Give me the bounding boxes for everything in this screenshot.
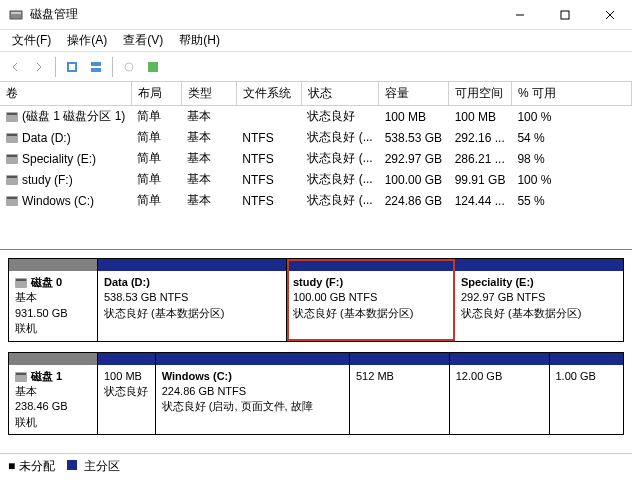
- col-layout[interactable]: 布局: [131, 82, 181, 106]
- minimize-button[interactable]: [497, 1, 542, 29]
- svg-rect-11: [148, 62, 158, 72]
- legend: ■ 未分配 主分区: [0, 453, 632, 479]
- legend-primary: 主分区: [67, 458, 120, 475]
- col-filesystem[interactable]: 文件系统: [236, 82, 301, 106]
- svg-rect-7: [69, 64, 75, 70]
- col-free[interactable]: 可用空间: [449, 82, 512, 106]
- partition[interactable]: 12.00 GB: [450, 353, 550, 435]
- partition[interactable]: Windows (C:)224.86 GB NTFS状态良好 (启动, 页面文件…: [156, 353, 350, 435]
- menu-action[interactable]: 操作(A): [59, 30, 115, 51]
- toolbar-separator: [112, 57, 113, 77]
- svg-rect-8: [91, 62, 101, 66]
- menu-view[interactable]: 查看(V): [115, 30, 171, 51]
- forward-button[interactable]: [28, 56, 50, 78]
- disk-header[interactable]: 磁盘 1基本238.46 GB联机: [8, 352, 98, 436]
- col-volume[interactable]: 卷: [0, 82, 131, 106]
- col-capacity[interactable]: 容量: [379, 82, 449, 106]
- svg-point-10: [125, 63, 133, 71]
- svg-rect-1: [11, 12, 21, 14]
- maximize-button[interactable]: [542, 1, 587, 29]
- view-button[interactable]: [85, 56, 107, 78]
- volume-table[interactable]: 卷 布局 类型 文件系统 状态 容量 可用空间 % 可用 (磁盘 1 磁盘分区 …: [0, 82, 632, 211]
- partition[interactable]: Speciality (E:)292.97 GB NTFS状态良好 (基本数据分…: [455, 259, 623, 341]
- svg-rect-3: [561, 11, 569, 19]
- toolbar-separator: [55, 57, 56, 77]
- table-row[interactable]: Windows (C:)简单基本NTFS状态良好 (...224.86 GB12…: [0, 190, 632, 211]
- legend-unallocated: ■ 未分配: [8, 458, 55, 475]
- titlebar: 磁盘管理: [0, 0, 632, 30]
- refresh-button[interactable]: [61, 56, 83, 78]
- table-row[interactable]: Speciality (E:)简单基本NTFS状态良好 (...292.97 G…: [0, 148, 632, 169]
- partition[interactable]: 1.00 GB: [550, 353, 624, 435]
- partition[interactable]: study (F:)100.00 GB NTFS状态良好 (基本数据分区): [287, 259, 455, 341]
- settings-button[interactable]: [118, 56, 140, 78]
- menu-file[interactable]: 文件(F): [4, 30, 59, 51]
- col-status[interactable]: 状态: [301, 82, 378, 106]
- menubar: 文件(F) 操作(A) 查看(V) 帮助(H): [0, 30, 632, 52]
- help-button[interactable]: [142, 56, 164, 78]
- col-pctfree[interactable]: % 可用: [511, 82, 631, 106]
- table-row[interactable]: Data (D:)简单基本NTFS状态良好 (...538.53 GB292.1…: [0, 127, 632, 148]
- disk-row: 磁盘 1基本238.46 GB联机100 MB状态良好Windows (C:)2…: [8, 352, 624, 436]
- table-row[interactable]: (磁盘 1 磁盘分区 1)简单基本状态良好100 MB100 MB100 %: [0, 106, 632, 128]
- back-button[interactable]: [4, 56, 26, 78]
- col-type[interactable]: 类型: [181, 82, 236, 106]
- partition[interactable]: Data (D:)538.53 GB NTFS状态良好 (基本数据分区): [98, 259, 287, 341]
- volume-table-wrap: 卷 布局 类型 文件系统 状态 容量 可用空间 % 可用 (磁盘 1 磁盘分区 …: [0, 82, 632, 250]
- menu-help[interactable]: 帮助(H): [171, 30, 228, 51]
- toolbar: [0, 52, 632, 82]
- disk-area: 磁盘 0基本931.50 GB联机Data (D:)538.53 GB NTFS…: [0, 250, 632, 453]
- close-button[interactable]: [587, 1, 632, 29]
- partition[interactable]: 100 MB状态良好: [98, 353, 156, 435]
- svg-rect-9: [91, 68, 101, 72]
- partition[interactable]: 512 MB: [350, 353, 450, 435]
- disk-row: 磁盘 0基本931.50 GB联机Data (D:)538.53 GB NTFS…: [8, 258, 624, 342]
- window-title: 磁盘管理: [30, 6, 497, 23]
- table-row[interactable]: study (F:)简单基本NTFS状态良好 (...100.00 GB99.9…: [0, 169, 632, 190]
- disk-header[interactable]: 磁盘 0基本931.50 GB联机: [8, 258, 98, 342]
- app-icon: [8, 7, 24, 23]
